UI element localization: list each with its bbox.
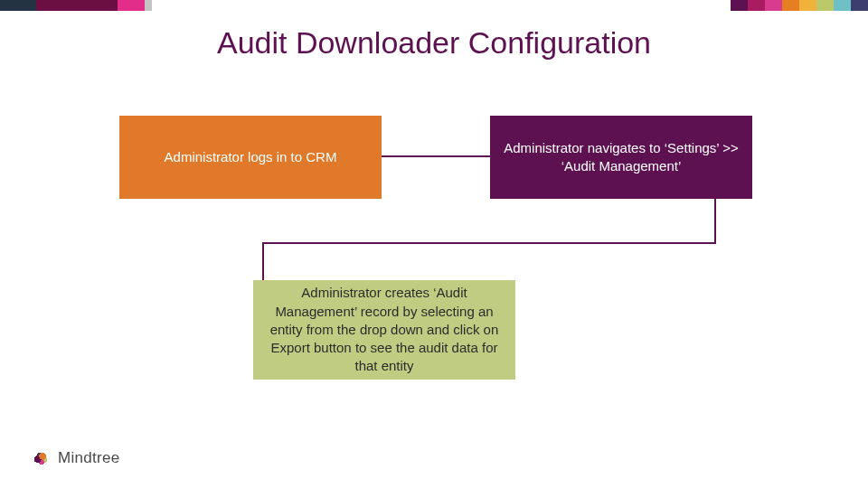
connector-line: [382, 155, 490, 157]
bar-segment: [0, 0, 36, 11]
logo-text: Mindtree: [58, 449, 120, 467]
slide-title: Audit Downloader Configuration: [0, 25, 868, 61]
bar-rainbow: [731, 0, 868, 11]
step-3-text: Administrator creates ‘Audit Management’…: [262, 284, 506, 375]
logo-icon: [31, 448, 51, 468]
connector-line: [262, 242, 264, 280]
bar-segment: [36, 0, 118, 11]
bar-segment: [145, 0, 152, 11]
connector-line: [262, 242, 716, 244]
footer-logo: Mindtree: [31, 448, 120, 468]
step-box-2: Administrator navigates to ‘Settings’ >>…: [490, 116, 752, 199]
top-accent-bar: [0, 0, 868, 11]
step-box-1: Administrator logs in to CRM: [119, 116, 382, 199]
step-1-text: Administrator logs in to CRM: [165, 148, 337, 166]
connector-line: [714, 199, 716, 244]
bar-segment: [152, 0, 731, 11]
bar-segment: [118, 0, 145, 11]
step-2-text: Administrator navigates to ‘Settings’ >>…: [499, 139, 743, 176]
slide: { "title": "Audit Downloader Configurati…: [0, 0, 868, 488]
step-box-3: Administrator creates ‘Audit Management’…: [253, 280, 515, 380]
